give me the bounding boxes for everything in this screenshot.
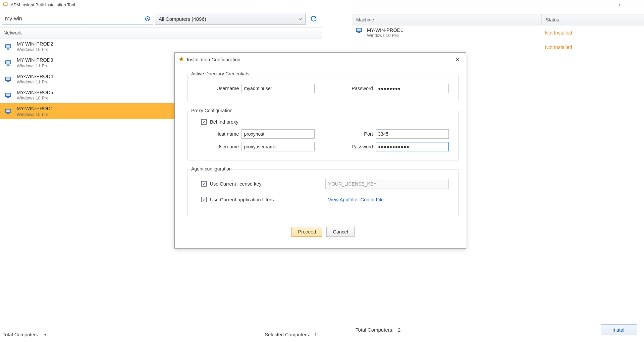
use-filters-checkbox[interactable]: ✔ (201, 197, 207, 202)
svg-rect-16 (7, 65, 9, 65)
total-computers-left: Total Computers: 5 (3, 332, 46, 337)
dialog-icon (179, 57, 184, 63)
right-table-header: Machine Status (352, 14, 644, 25)
computer-name: MY-WIN-PROD3 (17, 57, 53, 63)
svg-rect-28 (7, 113, 9, 114)
computer-icon (5, 92, 12, 98)
proxy-username-input[interactable] (241, 142, 315, 151)
behind-proxy-label: Behind proxy (210, 119, 238, 125)
proxy-port-label: Port (337, 131, 373, 137)
window-controls (595, 0, 641, 10)
cell-status: Not Installed (545, 42, 640, 50)
computer-icon (5, 109, 12, 115)
proxy-port-input[interactable] (376, 129, 449, 139)
svg-rect-31 (357, 28, 361, 31)
computer-os: Windows 10 Pro (17, 47, 53, 53)
proxy-password-label: Password (337, 144, 373, 149)
proxy-username-label: Username (197, 144, 239, 149)
behind-proxy-checkbox[interactable]: ✔ (201, 119, 207, 125)
cell-machine: MY-WIN-PROD1Windows 10 Pro (356, 27, 545, 38)
use-license-row: ✔ Use Current license key (201, 179, 449, 189)
svg-rect-1 (4, 3, 8, 5)
svg-rect-24 (7, 97, 9, 97)
ad-username-label: Username (197, 86, 239, 91)
ad-username-input[interactable] (241, 84, 315, 93)
dialog-close-button[interactable] (452, 55, 463, 64)
svg-rect-25 (7, 97, 10, 98)
clear-search-icon[interactable] (144, 15, 151, 22)
table-row[interactable]: Not Installed (352, 40, 644, 52)
machine-name: MY-WIN-PROD1 (367, 27, 403, 33)
cancel-button[interactable]: Cancel (326, 227, 354, 237)
proxy-password-input[interactable] (376, 142, 449, 151)
computer-name: MY-WIN-PROD1 (17, 106, 53, 112)
dialog-body: Active Directory Credentials Username Pa… (175, 67, 466, 248)
use-filters-label: Use Current application filters (210, 197, 294, 202)
toolbar: All Computers (4896) (0, 10, 322, 27)
ad-credentials-group: Active Directory Credentials Username Pa… (187, 74, 459, 102)
dialog-buttons: Proceed Cancel (187, 225, 459, 244)
network-header: Network (0, 27, 322, 39)
svg-rect-27 (6, 110, 10, 112)
close-button[interactable] (626, 0, 641, 10)
cell-machine (356, 42, 545, 50)
dialog-title: Installation Configuration (187, 57, 240, 62)
computer-icon (356, 27, 363, 33)
computer-name: MY-WIN-PROD2 (17, 41, 53, 47)
machine-os: Windows 10 Pro (367, 33, 403, 38)
installation-config-dialog: Installation Configuration Active Direct… (174, 52, 466, 249)
chevron-down-icon (299, 16, 302, 22)
computer-os: Windows 11 Pro (17, 79, 53, 85)
use-filters-row: ✔ Use Current application filters View A… (201, 197, 449, 202)
computer-os: Windows 11 Pro (17, 63, 53, 69)
total-computers-right: Total Computers: 2 (356, 327, 400, 333)
selected-computers-left: Selected Computers: 1 (265, 332, 317, 337)
dialog-titlebar: Installation Configuration (175, 53, 466, 67)
svg-rect-33 (358, 32, 361, 33)
svg-rect-20 (7, 81, 9, 81)
computer-os: Windows 10 Pro (17, 112, 53, 118)
cell-status: Not Installed (545, 27, 640, 38)
proxy-config-group: Proxy Configuration ✔ Behind proxy Host … (187, 111, 459, 160)
view-appfilter-link[interactable]: View AppFilter Config File (328, 197, 384, 202)
svg-rect-29 (7, 114, 10, 114)
app-icon (3, 2, 8, 8)
maximize-button[interactable] (610, 0, 626, 10)
svg-rect-19 (6, 77, 10, 80)
license-key-input[interactable] (325, 179, 449, 189)
left-footer: Total Computers: 5 Selected Computers: 1 (0, 329, 322, 342)
search-input[interactable] (2, 13, 153, 25)
right-footer: Total Computers: 2 Install (352, 320, 644, 342)
filter-dropdown[interactable]: All Computers (4896) (155, 13, 306, 25)
behind-proxy-row[interactable]: ✔ Behind proxy (201, 119, 449, 125)
col-header-status: Status (542, 14, 644, 25)
minimize-button[interactable] (595, 0, 610, 10)
svg-rect-23 (6, 93, 10, 96)
agent-config-group: Agent configuration ✔ Use Current licens… (187, 169, 459, 216)
col-header-machine: Machine (352, 14, 542, 25)
titlebar: APM Insight Bulk Installation Tool (0, 0, 644, 10)
window-title: APM Insight Bulk Installation Tool (11, 2, 75, 7)
svg-rect-3 (617, 4, 620, 6)
use-license-checkbox[interactable]: ✔ (201, 181, 207, 187)
computer-name: MY-WIN-PROD5 (17, 90, 53, 95)
svg-rect-13 (7, 49, 10, 49)
computer-os: Windows 10 Pro (17, 95, 53, 101)
use-license-label: Use Current license key (210, 181, 291, 187)
refresh-button[interactable] (308, 13, 320, 25)
right-table-rows: MY-WIN-PROD1Windows 10 ProNot InstalledN… (352, 25, 644, 52)
svg-rect-15 (6, 61, 10, 64)
svg-rect-17 (7, 65, 10, 66)
proxy-host-input[interactable] (241, 129, 315, 139)
svg-rect-21 (7, 81, 10, 82)
ad-password-input[interactable] (376, 84, 449, 93)
ad-legend: Active Directory Credentials (190, 71, 251, 76)
agent-legend: Agent configuration (190, 166, 233, 172)
proxy-host-label: Host name (197, 131, 239, 137)
table-row[interactable]: MY-WIN-PROD1Windows 10 ProNot Installed (352, 25, 644, 40)
proceed-button[interactable]: Proceed (291, 227, 322, 237)
computer-icon (5, 44, 12, 50)
filter-dropdown-label: All Computers (4896) (159, 16, 206, 22)
proxy-legend: Proxy Configuration (190, 108, 234, 113)
install-button[interactable]: Install (601, 324, 637, 335)
